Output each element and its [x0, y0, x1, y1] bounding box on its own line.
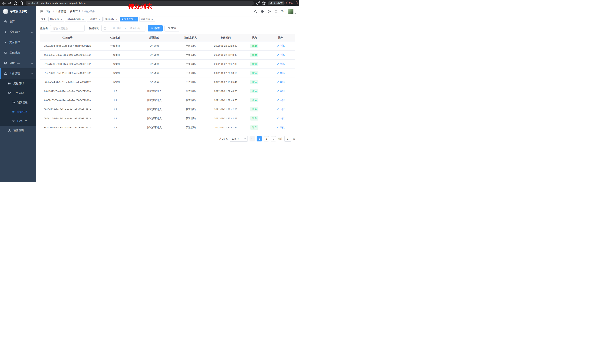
gear-icon	[4, 31, 7, 33]
edit-icon	[277, 90, 279, 92]
tab-close-icon[interactable]: ×	[134, 18, 137, 21]
password-key-icon[interactable]	[256, 1, 261, 6]
status-badge: 激活	[250, 80, 258, 84]
sidebar-item[interactable]: 工作流程	[0, 68, 36, 79]
warning-icon	[28, 2, 30, 4]
approve-link[interactable]: 审批	[277, 98, 285, 102]
status-cell: 激活	[243, 68, 266, 78]
prev-page-button[interactable]	[249, 136, 255, 141]
page-content: 流程名 创建时间 开始日期 - 结束日期 搜索 重置	[36, 22, 299, 182]
approve-link[interactable]: 审批	[277, 108, 285, 111]
status-cell: 激活	[243, 96, 266, 105]
sidebar-item[interactable]: 待办任务	[0, 107, 36, 116]
browser-home-icon[interactable]	[19, 1, 24, 6]
approve-link[interactable]: 审批	[277, 126, 285, 129]
github-icon[interactable]	[261, 10, 264, 13]
view-tab[interactable]: 发起流程×	[48, 17, 64, 22]
sidebar-item[interactable]: 基础设施	[0, 48, 36, 58]
search-icon[interactable]	[254, 10, 257, 13]
approve-link[interactable]: 审批	[277, 44, 285, 47]
user-avatar[interactable]	[288, 9, 293, 14]
sidebar-item[interactable]: 已办任务	[0, 116, 36, 126]
fullscreen-icon[interactable]	[274, 10, 278, 13]
tab-close-icon[interactable]: ×	[98, 18, 101, 21]
font-size-icon[interactable]: TT	[281, 10, 284, 13]
tab-close-icon[interactable]: ×	[115, 18, 118, 21]
sidebar-item-label: 待办任务	[17, 110, 28, 113]
page-number-button[interactable]: 2	[264, 136, 269, 141]
browser-back-icon[interactable]	[1, 1, 7, 6]
page-size-select[interactable]: 10条/页	[230, 136, 248, 142]
approve-link[interactable]: 审批	[277, 71, 285, 75]
tab-label: 首页	[41, 18, 46, 21]
next-page-button[interactable]	[271, 136, 276, 141]
view-tab[interactable]: 已办任务×	[87, 17, 103, 22]
browser-reload-icon[interactable]	[13, 1, 18, 6]
annotation-overlay-text: 待办列表	[128, 2, 153, 10]
sidebar-item[interactable]: ¥支付管理	[0, 37, 36, 48]
app-logo-image	[3, 9, 8, 14]
sidebar-item[interactable]: 任务管理	[0, 88, 36, 98]
chevron-down-icon	[31, 62, 33, 64]
status-cell: 激活	[243, 59, 266, 68]
sidebar-item[interactable]: 首页	[0, 16, 36, 27]
tab-close-icon[interactable]: ×	[60, 18, 62, 21]
status-badge: 激活	[250, 116, 258, 121]
search-icon	[151, 27, 153, 30]
security-label[interactable]: 不安全	[32, 2, 39, 5]
reset-button[interactable]: 重置	[165, 25, 179, 32]
task-name: 一级审批	[95, 68, 136, 78]
process-name: OA 请假	[136, 50, 173, 59]
goto-page-input[interactable]	[284, 136, 291, 142]
chevron-up-icon	[31, 92, 33, 94]
task-name: 1.2	[95, 105, 136, 114]
sidebar-item-label: 工作流程	[9, 72, 20, 75]
breadcrumb-item[interactable]: 任务管理	[70, 10, 80, 13]
view-tab[interactable]: 首页	[40, 17, 47, 22]
task-id: a6aba0a4-7b6d-11ec-b781-acde48001122	[40, 78, 95, 87]
tab-close-icon[interactable]: ×	[82, 18, 84, 21]
app-title: 芋道管理系统	[10, 10, 27, 13]
view-tab[interactable]: 流程详情×	[139, 17, 155, 22]
page-unit-label: 页	[293, 137, 295, 140]
sidebar-item[interactable]: 系统管理	[0, 27, 36, 37]
sidebar-item[interactable]: 流程管理	[0, 79, 36, 88]
status-cell: 激活	[243, 105, 266, 114]
branch-icon	[8, 92, 11, 95]
approve-link[interactable]: 审批	[277, 53, 285, 57]
process-name: OA 请假	[136, 68, 173, 78]
sidebar-item[interactable]: 请假查询	[0, 126, 36, 135]
breadcrumb-item[interactable]: 首页	[46, 10, 51, 13]
column-header: 任务编号	[40, 34, 95, 41]
process-name: 测试多审批人	[136, 123, 173, 132]
chevron-down-icon	[31, 52, 33, 54]
process-name: OA 请假	[136, 59, 173, 68]
approve-link[interactable]: 审批	[277, 89, 285, 93]
browser-forward-icon[interactable]	[7, 1, 12, 6]
approve-link[interactable]: 审批	[277, 80, 285, 84]
sidebar-item[interactable]: 研发工具	[0, 58, 36, 68]
tab-close-icon[interactable]: ×	[151, 18, 153, 21]
view-tab[interactable]: 流程表单-编辑×	[65, 17, 86, 22]
sidebar-collapse-icon[interactable]	[40, 10, 43, 13]
approve-link-label: 审批	[280, 71, 285, 75]
view-tab[interactable]: 我的流程×	[104, 17, 119, 22]
date-range-picker[interactable]: 开始日期 - 结束日期	[101, 25, 145, 32]
process-name-input[interactable]	[50, 25, 85, 32]
send-icon	[12, 120, 15, 122]
view-tab[interactable]: 待办任务×	[120, 17, 138, 22]
action-cell: 审批	[266, 68, 295, 78]
sidebar-item[interactable]: 我的流程	[0, 98, 36, 107]
table-row: 75d72608-7b7f-11ec-a3c8-acde48001122一级审批…	[40, 68, 295, 78]
search-button[interactable]: 搜索	[148, 25, 163, 32]
more-vertical-icon[interactable]	[294, 2, 296, 4]
approve-link[interactable]: 审批	[277, 117, 285, 120]
browser-update-button[interactable]: 更新	[286, 1, 298, 5]
page-number-button[interactable]: 1	[257, 136, 262, 141]
status-cell: 激活	[243, 78, 266, 87]
breadcrumb-item[interactable]: 工作流程	[56, 10, 66, 13]
status-badge: 激活	[250, 71, 258, 75]
approve-link[interactable]: 审批	[277, 62, 285, 65]
help-icon[interactable]	[267, 10, 271, 13]
bookmark-star-icon[interactable]	[261, 1, 266, 6]
